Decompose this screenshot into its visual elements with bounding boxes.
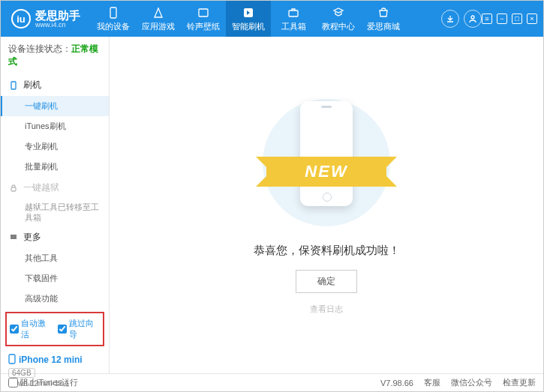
version-label: V7.98.66 — [380, 379, 413, 388]
store-icon — [377, 6, 390, 19]
minimize-button[interactable]: − — [497, 13, 507, 24]
lock-icon — [8, 183, 19, 193]
app-logo-icon: iu — [11, 9, 31, 28]
phone-outline-icon — [8, 80, 19, 91]
ok-button[interactable]: 确定 — [296, 270, 357, 293]
account-button[interactable] — [464, 10, 482, 28]
title-bar: iu 爱思助手 www.i4.cn 我的设备 应用游戏 铃声壁纸 智能刷机 工具… — [1, 1, 543, 37]
sidebar-item-download-firmware[interactable]: 下载固件 — [1, 268, 109, 289]
section-flash[interactable]: 刷机 — [1, 74, 109, 96]
tab-ringtones[interactable]: 铃声壁纸 — [181, 1, 226, 37]
sidebar-item-oneclick-flash[interactable]: 一键刷机 — [1, 96, 109, 116]
checkbox-auto-activate[interactable]: 自动激活 — [10, 318, 52, 340]
logo-area: iu 爱思助手 www.i4.cn — [1, 9, 91, 28]
toolbox-icon — [287, 6, 300, 19]
checkbox-block-itunes[interactable]: 阻止iTunes运行 — [8, 377, 78, 388]
view-log-link[interactable]: 查看日志 — [310, 304, 343, 315]
tab-apps[interactable]: 应用游戏 — [136, 1, 181, 37]
svg-rect-7 — [9, 355, 15, 364]
main-content: NEW 恭喜您，保资料刷机成功啦！ 确定 查看日志 — [110, 37, 543, 373]
section-jailbreak: 一键越狱 — [1, 177, 109, 199]
more-icon — [8, 232, 19, 242]
tab-tutorials[interactable]: 教程中心 — [316, 1, 361, 37]
window-controls: ≡ − □ × — [482, 13, 543, 24]
close-button[interactable]: × — [527, 13, 537, 24]
download-button[interactable] — [441, 10, 459, 28]
sidebar-item-batch-flash[interactable]: 批量刷机 — [1, 157, 109, 177]
device-storage: 64GB — [8, 368, 35, 378]
flash-icon — [242, 6, 255, 19]
section-more[interactable]: 更多 — [1, 226, 109, 248]
device-status: 设备连接状态：正常模式 — [1, 37, 109, 74]
wallpaper-icon — [197, 6, 210, 19]
svg-rect-6 — [11, 187, 16, 191]
success-illustration: NEW — [259, 95, 394, 230]
tutorial-icon — [332, 6, 345, 19]
new-ribbon: NEW — [266, 157, 386, 187]
tab-flash[interactable]: 智能刷机 — [226, 1, 271, 37]
tab-my-device[interactable]: 我的设备 — [91, 1, 136, 37]
sidebar-item-pro-flash[interactable]: 专业刷机 — [1, 136, 109, 157]
menu-button[interactable]: ≡ — [482, 13, 492, 24]
options-highlight-box: 自动激活 跳过向导 — [5, 312, 104, 346]
sidebar-item-other-tools[interactable]: 其他工具 — [1, 248, 109, 268]
svg-rect-5 — [11, 82, 16, 89]
support-link[interactable]: 客服 — [424, 377, 440, 388]
svg-rect-3 — [289, 10, 298, 16]
main-tabs: 我的设备 应用游戏 铃声壁纸 智能刷机 工具箱 教程中心 爱思商城 — [91, 1, 437, 37]
tab-toolbox[interactable]: 工具箱 — [271, 1, 316, 37]
svg-rect-1 — [199, 9, 208, 16]
sidebar-item-itunes-flash[interactable]: iTunes刷机 — [1, 116, 109, 136]
app-name: 爱思助手 — [35, 10, 80, 21]
success-message: 恭喜您，保资料刷机成功啦！ — [254, 244, 400, 258]
app-url: www.i4.cn — [35, 21, 80, 28]
device-phone-icon — [8, 354, 16, 367]
phone-icon — [107, 6, 120, 19]
jailbreak-note: 越狱工具已转移至工具箱 — [1, 199, 109, 226]
sidebar-item-advanced[interactable]: 高级功能 — [1, 289, 109, 309]
tab-store[interactable]: 爱思商城 — [361, 1, 406, 37]
sidebar: 设备连接状态：正常模式 刷机 一键刷机 iTunes刷机 专业刷机 批量刷机 一… — [1, 37, 110, 373]
apps-icon — [152, 6, 165, 19]
svg-rect-0 — [110, 7, 116, 18]
checkbox-skip-guide[interactable]: 跳过向导 — [58, 318, 100, 340]
update-link[interactable]: 检查更新 — [503, 377, 536, 388]
svg-point-4 — [471, 16, 474, 19]
wechat-link[interactable]: 微信公众号 — [451, 377, 492, 388]
maximize-button[interactable]: □ — [512, 13, 522, 24]
